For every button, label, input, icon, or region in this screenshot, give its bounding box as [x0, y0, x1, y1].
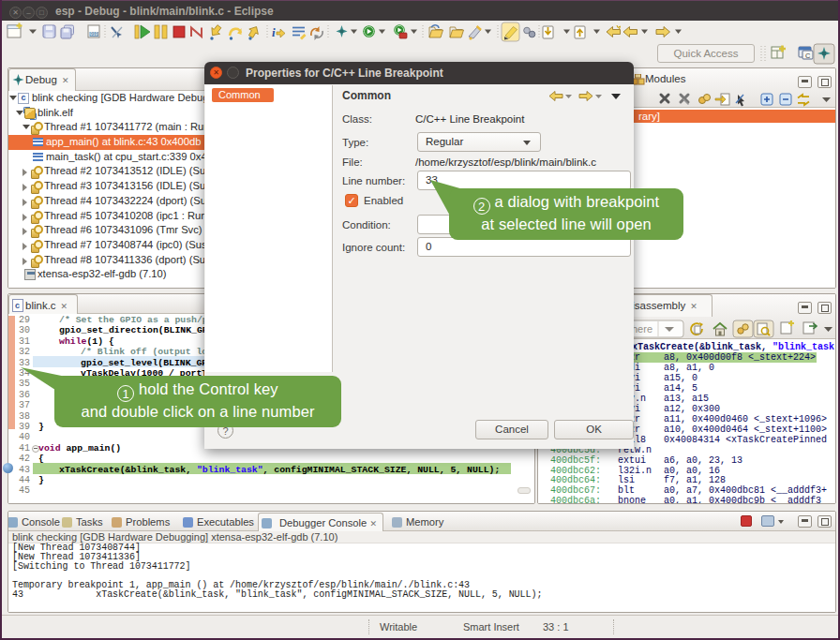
svg-text:010: 010: [90, 32, 98, 37]
svg-text:i: i: [272, 25, 276, 39]
svg-text:C: C: [805, 52, 811, 60]
svg-text:here: here: [632, 323, 652, 335]
svg-text:c: c: [15, 301, 20, 310]
